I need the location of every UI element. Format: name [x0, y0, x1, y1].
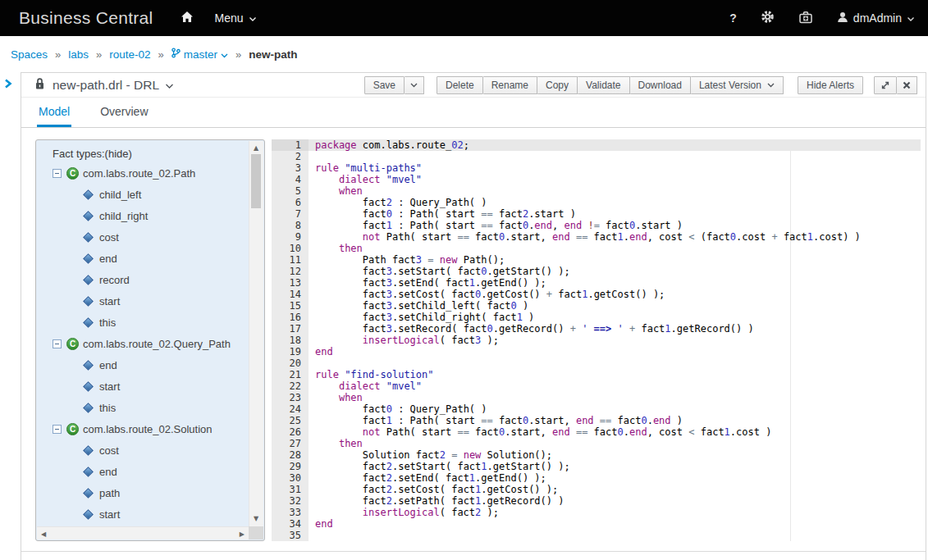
code-line[interactable]: then — [315, 438, 921, 449]
code-line[interactable]: fact3.setRecord( fact0.getRecord() + ' =… — [315, 323, 921, 335]
gutter-line-number[interactable]: 15 — [272, 300, 309, 312]
close-button[interactable] — [897, 76, 917, 94]
code-line[interactable]: not Path( start == fact0.start, end == f… — [315, 426, 921, 438]
gutter[interactable]: 1234567891011121314151617181920212223242… — [272, 139, 309, 541]
scroll-left-icon[interactable]: ◀ — [41, 530, 46, 539]
code-line[interactable]: dialect "mvel" — [315, 380, 921, 392]
gutter-line-number[interactable]: 4 — [272, 174, 309, 185]
delete-button[interactable]: Delete — [437, 76, 483, 94]
gutter-line-number[interactable]: 2 — [272, 151, 309, 162]
gutter-line-number[interactable]: 21 — [272, 369, 309, 380]
gutter-line-number[interactable]: 16 — [272, 312, 309, 323]
code-line[interactable] — [315, 151, 921, 162]
asset-title-dropdown[interactable]: new-path.drl - DRL — [34, 77, 174, 93]
tab-overview[interactable]: Overview — [98, 98, 149, 127]
code-line[interactable]: package com.labs.route_02; — [315, 139, 921, 151]
gutter-line-number[interactable]: 30 — [272, 472, 309, 484]
code-line[interactable]: rule "multi-paths" — [315, 162, 921, 174]
user-menu[interactable]: dmAdmin — [837, 11, 915, 25]
scrollbar-thumb[interactable] — [251, 154, 261, 208]
menu-button[interactable]: Menu — [215, 11, 257, 25]
gutter-line-number[interactable]: 32 — [272, 495, 309, 507]
scroll-right-icon[interactable]: ▶ — [240, 530, 245, 539]
gutter-line-number[interactable]: 23 — [272, 392, 309, 403]
gutter-line-number[interactable]: 25 — [272, 415, 309, 426]
code-line[interactable]: dialect "mvel" — [315, 174, 921, 185]
gutter-line-number[interactable]: 13 — [272, 277, 309, 289]
latest-version-button[interactable]: Latest Version — [691, 76, 784, 94]
code-line[interactable] — [315, 357, 921, 369]
code-line[interactable]: when — [315, 185, 921, 197]
code-line[interactable]: fact0 : Path( start == fact2.start ) — [315, 208, 921, 220]
code-line[interactable]: fact0 : Query_Path( ) — [315, 403, 921, 415]
gutter-line-number[interactable]: 33 — [272, 507, 309, 518]
save-button[interactable]: Save — [364, 76, 405, 94]
gutter-line-number[interactable]: 11 — [272, 254, 309, 266]
gutter-line-number[interactable]: 6 — [272, 197, 309, 208]
gutter-line-number[interactable]: 27 — [272, 438, 309, 449]
code-line[interactable]: fact2.setCost( fact1.getCost() ); — [315, 484, 921, 495]
gutter-line-number[interactable]: 3 — [272, 162, 309, 174]
code-line[interactable]: fact3.setChild_left( fact0 ) — [315, 300, 921, 312]
gutter-line-number[interactable]: 35 — [272, 530, 309, 541]
expand-button[interactable] — [874, 76, 897, 94]
gutter-line-number[interactable]: 26 — [272, 426, 309, 438]
code-line[interactable]: Solution fact2 = new Solution(); — [315, 449, 921, 461]
code-line[interactable]: fact1 : Path( start == fact0.end, end !=… — [315, 220, 921, 231]
download-button[interactable]: Download — [630, 76, 691, 94]
code-line[interactable]: end — [315, 518, 921, 530]
collapse-toggle-icon[interactable] — [53, 425, 62, 434]
gutter-line-number[interactable]: 28 — [272, 449, 309, 461]
code-line[interactable]: insertLogical( fact3 ); — [315, 335, 921, 346]
scroll-down-icon[interactable]: ▼ — [254, 515, 258, 523]
brand-logo[interactable]: Business Central — [19, 8, 153, 28]
rename-button[interactable]: Rename — [483, 76, 537, 94]
breadcrumb-link-spaces[interactable]: Spaces — [11, 48, 48, 61]
fact-types-hide-link[interactable]: (hide) — [105, 148, 132, 160]
code-line[interactable]: fact2 : Query_Path( ) — [315, 197, 921, 208]
gutter-line-number[interactable]: 31 — [272, 484, 309, 495]
gutter-line-number[interactable]: 12 — [272, 266, 309, 277]
gutter-line-number[interactable]: 18 — [272, 335, 309, 346]
code-line[interactable]: insertLogical( fact2 ); — [315, 507, 921, 518]
validate-button[interactable]: Validate — [578, 76, 629, 94]
code-line[interactable]: when — [315, 392, 921, 403]
hide-alerts-button[interactable]: Hide Alerts — [798, 76, 863, 94]
code-line[interactable]: fact1 : Path( start == fact0.start, end … — [315, 415, 921, 426]
code-line[interactable]: then — [315, 243, 921, 254]
gutter-line-number[interactable]: 14 — [272, 289, 309, 300]
breadcrumb-link-labs[interactable]: labs — [68, 48, 89, 61]
gutter-line-number[interactable]: 20 — [272, 357, 309, 369]
panel-collapse-toggle[interactable] — [3, 78, 15, 89]
collapse-toggle-icon[interactable] — [53, 339, 62, 348]
gutter-line-number[interactable]: 5 — [272, 185, 309, 197]
code-line[interactable]: fact2.setStart( fact1.getStart() ); — [315, 461, 921, 472]
gutter-line-number[interactable]: 19 — [272, 346, 309, 357]
code-line[interactable]: end — [315, 346, 921, 357]
code-line[interactable]: fact2.setPath( fact1.getRecord() ) — [315, 495, 921, 507]
save-dropdown-button[interactable] — [405, 76, 424, 94]
gutter-line-number[interactable]: 9 — [272, 231, 309, 243]
help-button[interactable]: ? — [729, 11, 737, 25]
toolkit-button[interactable] — [798, 11, 813, 26]
code-line[interactable]: fact2.setEnd( fact1.getEnd() ); — [315, 472, 921, 484]
gutter-line-number[interactable]: 8 — [272, 220, 309, 231]
gutter-line-number[interactable]: 22 — [272, 380, 309, 392]
gutter-line-number[interactable]: 7 — [272, 208, 309, 220]
gutter-line-number[interactable]: 29 — [272, 461, 309, 472]
code-line[interactable]: fact3.setChild_right( fact1 ) — [315, 312, 921, 323]
gutter-line-number[interactable]: 34 — [272, 518, 309, 530]
gutter-line-number[interactable]: 1 — [272, 139, 309, 151]
code-line[interactable]: rule "find-solution" — [315, 369, 921, 380]
scroll-up-icon[interactable]: ▲ — [254, 144, 258, 153]
tab-model[interactable]: Model — [37, 98, 71, 127]
gutter-line-number[interactable]: 17 — [272, 323, 309, 335]
breadcrumb-link-route-02[interactable]: route-02 — [109, 48, 150, 61]
gutter-line-number[interactable]: 24 — [272, 403, 309, 415]
code-line[interactable]: fact3.setStart( fact0.getStart() ); — [315, 266, 921, 277]
code-line[interactable]: fact3.setCost( fact0.getCost() + fact1.g… — [315, 289, 921, 300]
code-line[interactable] — [315, 530, 921, 541]
gutter-line-number[interactable]: 10 — [272, 243, 309, 254]
code-line[interactable]: Path fact3 = new Path(); — [315, 254, 921, 266]
fact-tree-vertical-scrollbar[interactable]: ▲ ▼ — [249, 141, 263, 526]
